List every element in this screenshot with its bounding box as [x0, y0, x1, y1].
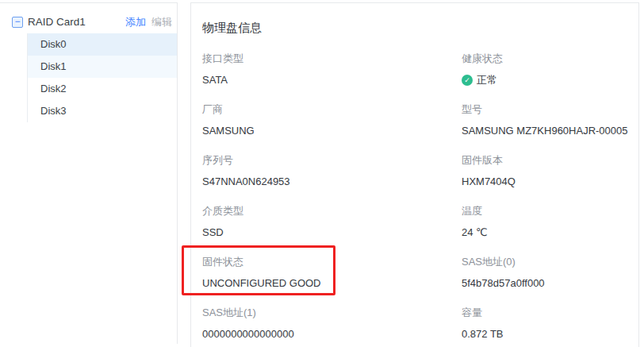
field-label: 接口类型: [202, 52, 462, 65]
tree-node-disk1[interactable]: Disk1: [28, 56, 177, 78]
field-label: SAS地址(1): [202, 307, 462, 319]
field-firmware-version: 固件版本 HXM7404Q: [462, 154, 638, 205]
collapse-minus-icon[interactable]: [12, 17, 23, 28]
panel-title: 物理盘信息: [202, 20, 638, 36]
field-sas-address-1: SAS地址(1) 0000000000000000: [202, 307, 462, 347]
field-sas-address-0: SAS地址(0) 5f4b78d57a0ff000: [462, 256, 638, 307]
field-label: SAS地址(0): [462, 256, 638, 268]
tree-actions: 添加 编辑: [125, 15, 172, 29]
field-label: 介质类型: [202, 205, 462, 218]
tree-node-disk3[interactable]: Disk3: [28, 100, 177, 122]
field-value: SSD: [202, 226, 462, 239]
physical-disk-info-panel: 物理盘信息 接口类型 SATA 健康状态 正常 厂商 SAMSUNG 型号 SA…: [190, 2, 639, 347]
field-value: 0000000000000000: [202, 328, 462, 341]
field-value: SAMSUNG: [202, 125, 462, 137]
field-label: 序列号: [202, 154, 462, 167]
tree-children: Disk0 Disk1 Disk2 Disk3: [27, 33, 177, 122]
field-vendor: 厂商 SAMSUNG: [202, 103, 462, 154]
field-label: 温度: [462, 205, 638, 218]
raid-tree-sidebar: RAID Card1 添加 编辑 Disk0 Disk1 Disk2 Disk3: [0, 2, 178, 344]
tree-node-disk2[interactable]: Disk2: [28, 78, 177, 100]
field-value: HXM7404Q: [462, 175, 638, 188]
field-label: 容量: [462, 307, 638, 319]
field-media-type: 介质类型 SSD: [202, 205, 462, 256]
field-value: 0.872 TB: [462, 328, 638, 341]
field-label: 固件状态: [202, 256, 462, 268]
field-capacity: 容量 0.872 TB: [462, 307, 638, 347]
fields-grid: 接口类型 SATA 健康状态 正常 厂商 SAMSUNG 型号 SAMSUNG …: [202, 52, 638, 347]
field-label: 健康状态: [462, 52, 638, 65]
field-serial-number: 序列号 S47NNA0N624953: [202, 154, 462, 205]
field-value: UNCONFIGURED GOOD: [202, 277, 462, 290]
field-value: SATA: [202, 74, 462, 87]
tree-node-label: RAID Card1: [28, 16, 86, 28]
health-status-text: 正常: [477, 74, 497, 87]
field-model: 型号 SAMSUNG MZ7KH960HAJR-00005: [462, 103, 638, 154]
field-value: 24 ℃: [462, 226, 638, 239]
field-firmware-state: 固件状态 UNCONFIGURED GOOD: [202, 256, 462, 307]
tree-node-disk0[interactable]: Disk0: [28, 33, 177, 56]
edit-link[interactable]: 编辑: [151, 15, 172, 29]
field-value: 5f4b78d57a0ff000: [462, 277, 638, 290]
field-temperature: 温度 24 ℃: [462, 205, 638, 256]
field-label: 厂商: [202, 103, 462, 116]
field-label: 固件版本: [462, 154, 638, 167]
check-circle-icon: [462, 75, 473, 86]
add-link[interactable]: 添加: [125, 15, 146, 29]
field-value: 正常: [462, 74, 638, 87]
field-interface-type: 接口类型 SATA: [202, 52, 462, 103]
field-health-status: 健康状态 正常: [462, 52, 638, 103]
tree-node-raid-card1[interactable]: RAID Card1 添加 编辑: [0, 10, 177, 33]
field-label: 型号: [462, 103, 638, 116]
field-value: SAMSUNG MZ7KH960HAJR-00005: [462, 125, 638, 137]
field-value: S47NNA0N624953: [202, 175, 462, 188]
